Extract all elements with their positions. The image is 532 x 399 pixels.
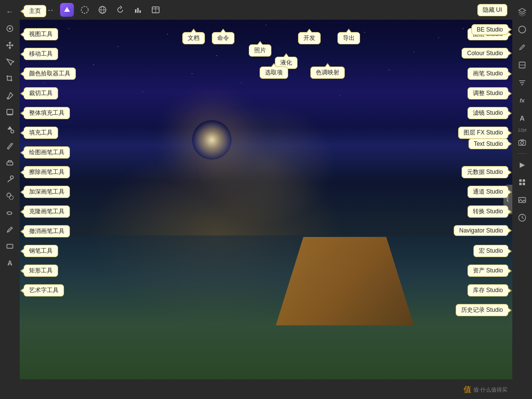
globe-icon[interactable] [96, 3, 109, 17]
tooltip-fill-tool[interactable]: 填充工具 [24, 127, 58, 139]
tooltip-rect-tool[interactable]: 矩形工具 [24, 265, 58, 277]
floodfill-tool-icon[interactable] [2, 104, 18, 120]
smudge-tool-icon[interactable] [2, 205, 18, 221]
grid-panel-icon[interactable] [514, 174, 530, 190]
tooltip-erase-tool[interactable]: 擦除画笔工具 [24, 166, 70, 178]
svg-rect-32 [519, 179, 522, 182]
arttext-tool-icon[interactable]: A [2, 255, 18, 271]
rotate-icon[interactable] [113, 3, 127, 17]
svg-rect-21 [135, 9, 136, 13]
tooltip-command[interactable]: 命令 [212, 32, 234, 44]
view-tool-icon[interactable] [2, 21, 18, 36]
filter-panel-icon[interactable] [514, 75, 530, 91]
right-panel: fx A 12pt ▶ [512, 0, 532, 399]
tooltip-clone-tool[interactable]: 克隆画笔工具 [24, 205, 70, 218]
tooltip-smudge-tool[interactable]: 撤消画笔工具 [24, 225, 70, 237]
image-panel-icon[interactable] [514, 192, 530, 208]
select-tool-icon[interactable] [2, 54, 18, 70]
svg-rect-33 [523, 179, 525, 182]
tooltip-history-studio[interactable]: 历史记录 Studio [456, 304, 508, 316]
tooltip-document[interactable]: 文档 [182, 32, 205, 44]
svg-point-1 [9, 28, 11, 30]
bottom-bar: 值 值·什么值得买 [20, 379, 512, 399]
tooltip-stock-studio[interactable]: 库存 Studio [467, 284, 508, 297]
brush-panel-icon[interactable] [514, 39, 530, 55]
tooltip-dodge-tool[interactable]: 加深画笔工具 [24, 186, 70, 198]
left-toolbar: ← [0, 0, 20, 399]
svg-point-17 [81, 6, 88, 13]
svg-rect-11 [7, 244, 13, 248]
dodge-tool-icon[interactable] [2, 171, 18, 187]
tooltip-colorpick-tool[interactable]: 颜色拾取器工具 [24, 67, 76, 80]
tooltip-floodfill-tool[interactable]: 整体填充工具 [24, 107, 70, 119]
adjust-panel-icon[interactable] [514, 57, 530, 73]
tooltip-transform-studio[interactable]: 转换 Studio [467, 205, 508, 218]
crop-tool-icon[interactable] [2, 71, 18, 87]
tooltip-selection[interactable]: 选取项 [260, 66, 288, 79]
svg-rect-34 [519, 183, 522, 185]
rect-tool-icon[interactable] [2, 238, 18, 254]
tooltip-brush-studio[interactable]: 画笔 Studio [467, 67, 508, 80]
tooltip-photo[interactable]: 照片 [249, 44, 271, 57]
svg-rect-6 [7, 162, 13, 165]
clone-tool-icon[interactable] [2, 188, 18, 204]
svg-point-2 [7, 98, 8, 99]
tooltip-home[interactable]: 主页 [24, 5, 46, 17]
pen-tool-icon[interactable] [2, 222, 18, 237]
svg-rect-35 [523, 183, 525, 185]
text-panel-icon[interactable]: A [514, 110, 530, 126]
hide-ui-label[interactable]: 隐藏 UI [477, 4, 507, 16]
tooltip-colour-studio[interactable]: Colour Studio [462, 48, 508, 59]
colour-panel-icon[interactable] [514, 22, 530, 37]
top-toolbar: ··· [20, 0, 512, 20]
tooltip-text-studio[interactable]: Text Studio [468, 138, 508, 149]
tooltip-metadata-studio[interactable]: 元数据 Studio [462, 166, 508, 178]
history-panel-icon[interactable] [514, 210, 530, 226]
tooltip-channel-studio[interactable]: 通道 Studio [467, 186, 508, 198]
tooltip-navigator-studio[interactable]: Navigator Studio [454, 225, 508, 236]
svg-marker-16 [64, 7, 70, 12]
back-button[interactable]: ← [2, 4, 18, 20]
water-reflection [20, 235, 512, 379]
tooltip-develop[interactable]: 开发 [298, 32, 321, 44]
tooltip-pen-tool[interactable]: 钢笔工具 [24, 245, 58, 257]
svg-point-27 [519, 26, 526, 33]
tooltip-tonemap[interactable]: 色调映射 [310, 66, 345, 79]
watermark: 值 值·什么值得买 [464, 385, 507, 395]
tooltip-crop-tool[interactable]: 裁切工具 [24, 87, 58, 100]
chart-icon[interactable] [131, 3, 145, 17]
tooltip-assets-studio[interactable]: 资产 Studio [467, 265, 508, 277]
tooltip-paint-tool[interactable]: 绘图画笔工具 [24, 146, 70, 159]
table-icon[interactable] [149, 3, 163, 17]
panel-separator [517, 153, 527, 154]
svg-point-31 [521, 141, 524, 144]
play-panel-icon[interactable]: ▶ [514, 157, 530, 172]
layers-panel-icon[interactable] [514, 4, 530, 20]
tooltip-arttext-tool[interactable]: 艺术字工具 [24, 284, 64, 297]
tooltip-macro-studio[interactable]: 宏 Studio [473, 245, 508, 257]
tooltip-move-tool[interactable]: 移动工具 [24, 48, 58, 60]
metadata-panel-icon[interactable] [514, 134, 530, 150]
svg-point-5 [11, 130, 14, 133]
font-size-indicator: 12pt [518, 128, 527, 133]
svg-point-8 [7, 193, 11, 197]
paint-tool-icon[interactable] [2, 138, 18, 154]
tooltip-adjust-studio[interactable]: 调整 Studio [467, 87, 508, 100]
tooltip-be-studio[interactable]: BE Studio [471, 24, 508, 35]
colorpick-tool-icon[interactable] [2, 88, 18, 103]
svg-rect-23 [139, 10, 141, 13]
tooltip-layerfx-studio[interactable]: 图层 FX Studio [458, 127, 508, 139]
circle-icon[interactable] [78, 3, 92, 17]
move-tool-icon[interactable] [2, 37, 18, 53]
svg-rect-3 [7, 109, 13, 114]
tooltip-view-tool[interactable]: 视图工具 [24, 28, 58, 40]
svg-rect-22 [137, 8, 139, 13]
tooltip-export[interactable]: 导出 [337, 32, 360, 44]
svg-point-10 [7, 232, 8, 233]
erase-tool-icon[interactable] [2, 155, 18, 170]
tooltip-filter-studio[interactable]: 滤镜 Studio [467, 107, 508, 119]
fx-panel-icon[interactable]: fx [514, 93, 530, 108]
fill-tool-icon[interactable] [2, 121, 18, 137]
svg-rect-4 [7, 114, 13, 115]
affinity-icon[interactable] [60, 3, 74, 17]
